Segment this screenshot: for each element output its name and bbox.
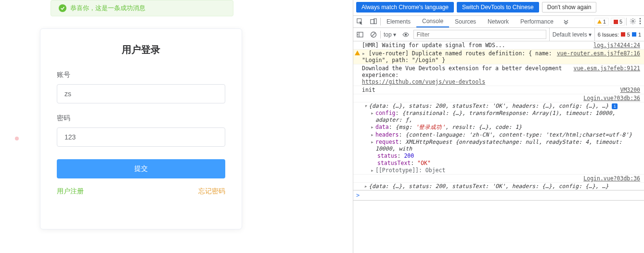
kebab-menu-icon[interactable] xyxy=(639,18,641,26)
dont-show-again-button[interactable]: Don't show again xyxy=(542,2,597,13)
object-prop[interactable]: ▸request: XMLHttpRequest {onreadystatech… xyxy=(353,139,644,152)
expand-caret-icon[interactable]: ▸ xyxy=(362,50,369,57)
devtools-tabbar: Elements Console Sources Network Perform… xyxy=(353,15,644,28)
settings-gear-icon[interactable] xyxy=(630,18,636,26)
log-levels-selector[interactable]: Default levels▾ xyxy=(549,28,594,41)
always-match-language-button[interactable]: Always match Chrome's language xyxy=(356,2,454,13)
console-sidebar-toggle-icon[interactable] xyxy=(353,31,367,38)
tab-performance[interactable]: Performance xyxy=(515,16,559,27)
source-link[interactable]: log.js?4244:24 xyxy=(591,42,640,49)
devtools-panel: Always match Chrome's language Switch De… xyxy=(353,0,644,253)
caret-down-icon: ▾ xyxy=(393,31,396,38)
console-log: [HMR] Waiting for update signal from WDS… xyxy=(353,41,644,201)
more-tabs-icon[interactable] xyxy=(559,16,573,27)
warning-icon xyxy=(355,51,360,57)
errors-badge[interactable]: 5 xyxy=(611,18,625,25)
alert-text: 恭喜你，这是一条成功消息 xyxy=(70,4,145,13)
inspect-element-icon[interactable] xyxy=(353,16,367,27)
log-source-only: Login.vue?03db:36 xyxy=(353,94,644,102)
success-alert: 恭喜你，这是一条成功消息 xyxy=(51,0,233,16)
issues-summary[interactable]: 6 Issues: 5 1 xyxy=(594,28,644,41)
devtools-extension-link[interactable]: https://github.com/vuejs/vue-devtools xyxy=(362,78,485,85)
source-link[interactable]: Login.vue?03db:36 xyxy=(580,95,640,101)
password-label: 密码 xyxy=(57,114,225,123)
forgot-password-link[interactable]: 忘记密码 xyxy=(198,187,225,196)
object-line[interactable]: ▸ {data: {…}, status: 200, statusText: '… xyxy=(353,183,644,190)
source-link[interactable]: Login.vue?03db:36 xyxy=(580,175,640,182)
log-entry: [HMR] Waiting for update signal from WDS… xyxy=(353,41,644,50)
password-input[interactable] xyxy=(57,127,225,147)
context-selector[interactable]: top▾ xyxy=(381,31,399,38)
account-input[interactable] xyxy=(57,84,225,103)
register-link[interactable]: 用户注册 xyxy=(57,187,84,196)
live-expression-icon[interactable] xyxy=(399,31,412,38)
expand-caret-icon: ▸ xyxy=(371,167,375,174)
expand-caret-icon: ▸ xyxy=(371,131,375,138)
card-title: 用户登录 xyxy=(57,43,225,56)
caret-down-icon: ▾ xyxy=(589,31,592,38)
object-prop[interactable]: ▸[[Prototype]]: Object xyxy=(353,167,644,174)
console-filterbar: top▾ Default levels▾ 6 Issues: 5 1 xyxy=(353,28,644,41)
expand-caret-icon: ▸ xyxy=(364,183,369,190)
object-prop[interactable]: ▸config: {transitional: {…}, transformRe… xyxy=(353,110,644,124)
log-entry: init VM3200 xyxy=(353,86,644,94)
switch-to-chinese-button[interactable]: Switch DevTools to Chinese xyxy=(457,2,539,13)
svg-point-3 xyxy=(632,20,634,22)
tab-console[interactable]: Console xyxy=(416,16,449,27)
expand-caret-icon: ▸ xyxy=(371,124,375,130)
tab-elements[interactable]: Elements xyxy=(381,16,416,27)
submit-button[interactable]: 提交 xyxy=(57,159,225,178)
svg-point-5 xyxy=(640,20,641,22)
log-entry-warning: ▸ [vue-router] Duplicate named routes de… xyxy=(353,50,644,64)
tab-sources[interactable]: Sources xyxy=(449,16,482,27)
svg-point-4 xyxy=(640,18,641,19)
warnings-badge[interactable]: 1 xyxy=(594,18,609,25)
log-entry: Download the Vue Devtools extension for … xyxy=(353,64,644,86)
object-prop[interactable]: ▸headers: {content-language: 'zh-CN', co… xyxy=(353,131,644,139)
expand-caret-icon: ▸ xyxy=(371,110,375,116)
language-bar: Always match Chrome's language Switch De… xyxy=(353,0,644,15)
clear-console-icon[interactable] xyxy=(367,31,380,38)
object-prop: status: 200 xyxy=(353,152,644,160)
tab-network[interactable]: Network xyxy=(482,16,515,27)
account-label: 账号 xyxy=(57,71,225,79)
console-prompt[interactable]: > xyxy=(353,190,644,201)
object-prop[interactable]: ▸data: {msg: '登录成功', result: {…}, code: … xyxy=(353,124,644,131)
source-link[interactable]: vue-router.esm.js?fe87:16 xyxy=(554,50,640,63)
decorative-dot xyxy=(15,137,19,140)
source-link[interactable]: VM3200 xyxy=(617,87,640,93)
log-source-only: Login.vue?03db:36 xyxy=(353,174,644,183)
svg-point-9 xyxy=(404,33,406,35)
expand-caret-icon: ▸ xyxy=(371,139,375,145)
object-prop: statusText: "OK" xyxy=(353,160,644,167)
login-card: 用户登录 账号 密码 提交 用户注册 忘记密码 xyxy=(40,28,242,229)
source-link[interactable]: vue.esm.js?efeb:9121 xyxy=(571,65,640,85)
filter-input[interactable] xyxy=(413,30,546,39)
svg-rect-7 xyxy=(357,32,363,37)
object-line[interactable]: ▾ {data: {…}, status: 200, statusText: '… xyxy=(353,102,644,110)
toggle-device-icon[interactable] xyxy=(367,16,380,27)
success-check-icon xyxy=(59,4,66,12)
info-icon: i xyxy=(612,103,618,109)
expand-caret-icon: ▾ xyxy=(364,102,369,109)
svg-point-6 xyxy=(640,23,641,24)
